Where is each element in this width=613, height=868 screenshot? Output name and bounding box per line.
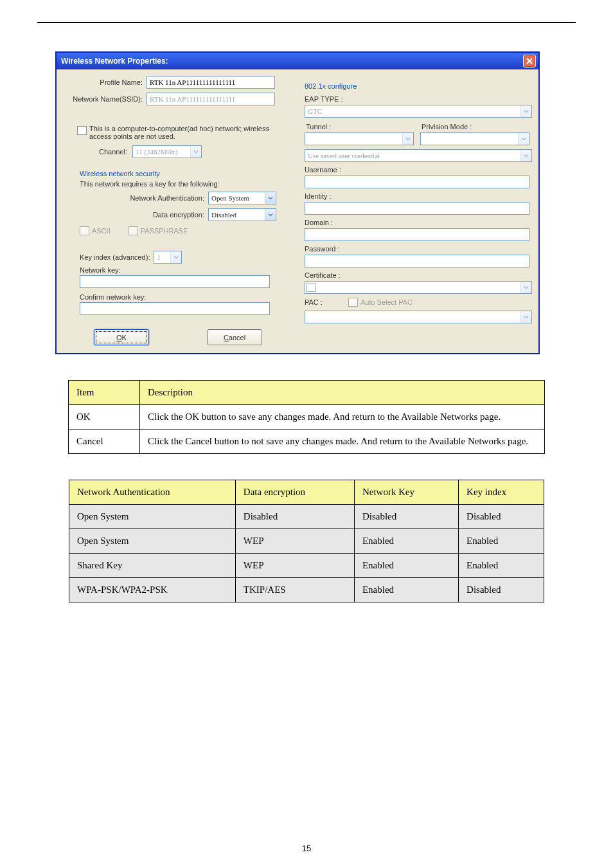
profile-name-input[interactable] xyxy=(147,76,275,89)
chevron-down-icon xyxy=(520,150,531,161)
ascii-checkbox xyxy=(80,226,89,235)
chevron-down-icon[interactable] xyxy=(265,209,276,221)
wireless-properties-dialog: Wireless Network Properties: Profile Nam… xyxy=(55,51,540,354)
table2-cell: Shared Key xyxy=(69,554,236,578)
table2-cell: Disabled xyxy=(235,505,354,529)
chevron-down-icon xyxy=(520,311,531,323)
provision-mode-select xyxy=(420,132,529,145)
saved-credential-select: Use saved user credential xyxy=(305,149,532,162)
keyindex-select: 1 xyxy=(154,251,182,264)
eap-type-value: GTC xyxy=(308,107,322,115)
security-group-text: This network requires a key for the foll… xyxy=(80,180,292,188)
tunnel-label: Tunnel : xyxy=(306,123,414,131)
network-key-label: Network key: xyxy=(80,266,292,274)
auth-value: Open System xyxy=(211,194,249,202)
channel-label: Channel: xyxy=(99,148,127,156)
eap-type-label: EAP TYPE : xyxy=(305,95,531,103)
profile-name-label: Profile Name: xyxy=(64,78,147,86)
table2-cell: Open System xyxy=(69,529,236,554)
channel-value: 11 (2462MHz) xyxy=(136,148,177,156)
table2-cell: WEP xyxy=(235,554,354,578)
table2-cell: WEP xyxy=(235,529,354,554)
enc-value: Disabled xyxy=(211,211,236,219)
adhoc-checkbox[interactable] xyxy=(77,126,87,135)
adhoc-checkbox-row[interactable]: This is a computer-to-computer(ad hoc) n… xyxy=(77,125,292,140)
eap-type-select: GTC xyxy=(305,105,532,118)
pac-label: PAC : xyxy=(305,298,323,306)
pac-select xyxy=(305,311,532,323)
table2-cell: Enabled xyxy=(459,554,544,578)
left-column: Profile Name: Network Name(SSID): This i… xyxy=(64,76,292,345)
8021x-group-label: 802.1x configure xyxy=(305,82,531,90)
pac-auto-checkbox xyxy=(348,298,358,307)
enc-label: Data encryption: xyxy=(153,211,204,219)
passphrase-checkbox xyxy=(129,226,138,235)
chevron-down-icon xyxy=(170,251,181,263)
table2-cell: Disabled xyxy=(459,578,544,602)
table2-cell: Disabled xyxy=(354,505,458,529)
chevron-down-icon[interactable] xyxy=(265,192,276,204)
adhoc-label: This is a computer-to-computer(ad hoc) n… xyxy=(89,125,282,140)
confirm-key-input[interactable] xyxy=(80,302,270,315)
table2-cell: TKIP/AES xyxy=(235,578,354,602)
confirm-key-label: Confirm network key: xyxy=(80,293,292,301)
table2-h: Data encryption xyxy=(235,480,354,505)
auth-label: Network Authentication: xyxy=(130,194,204,202)
table2-h: Network Key xyxy=(354,480,458,505)
password-label: Password : xyxy=(305,245,531,253)
auth-select[interactable]: Open System xyxy=(208,192,276,204)
username-input xyxy=(305,176,529,188)
domain-label: Domain : xyxy=(305,219,531,226)
table1-cell: Cancel xyxy=(69,429,140,454)
provision-mode-label: Privision Mode : xyxy=(422,123,529,131)
saved-credential-value: Use saved user credential xyxy=(308,152,380,159)
table2-cell: Enabled xyxy=(354,554,458,578)
table2-cell: Enabled xyxy=(354,529,458,554)
chevron-down-icon xyxy=(402,133,413,145)
chevron-down-icon xyxy=(520,282,531,293)
item-description-table: Item Description OK Click the OK button … xyxy=(68,380,545,454)
table2-cell: WPA-PSK/WPA2-PSK xyxy=(69,578,236,602)
ssid-label: Network Name(SSID): xyxy=(64,95,147,103)
username-label: Username : xyxy=(305,166,531,174)
passphrase-label: PASSPHRASE xyxy=(141,227,188,235)
close-icon[interactable] xyxy=(523,55,536,68)
identity-label: Identity : xyxy=(305,192,531,200)
table2-cell: Enabled xyxy=(459,529,544,554)
table1-cell: Click the OK button to save any changes … xyxy=(140,405,545,429)
table2-cell: Open System xyxy=(69,505,236,529)
certificate-checkbox xyxy=(306,283,316,292)
network-key-input[interactable] xyxy=(80,275,270,288)
enc-select[interactable]: Disabled xyxy=(208,208,276,221)
titlebar-text: Wireless Network Properties: xyxy=(61,57,168,66)
cancel-button[interactable]: Cancel xyxy=(207,329,262,345)
chevron-down-icon xyxy=(518,133,529,145)
certificate-label: Certificate : xyxy=(305,271,531,279)
pac-auto-label: Auto Select PAC xyxy=(360,298,413,306)
table2-h: Network Authentication xyxy=(69,480,236,505)
security-group-label: Wireless network security xyxy=(80,170,292,177)
horizontal-rule xyxy=(37,22,576,23)
chevron-down-icon xyxy=(520,105,531,117)
table2-h: Key index xyxy=(459,480,544,505)
table1-header-desc: Description xyxy=(140,381,545,405)
table1-cell: Click the Cancel button to not save any … xyxy=(140,429,545,454)
domain-input xyxy=(305,228,529,241)
table2-cell: Disabled xyxy=(459,505,544,529)
ssid-input xyxy=(147,93,275,105)
password-input xyxy=(305,255,529,267)
identity-input xyxy=(305,202,529,215)
ok-button[interactable]: OK xyxy=(94,329,149,345)
table2-cell: Enabled xyxy=(354,578,458,602)
certificate-select xyxy=(305,281,532,294)
right-column: 802.1x configure EAP TYPE : GTC Tunnel :… xyxy=(303,76,531,345)
keyindex-label: Key index (advanced): xyxy=(80,253,150,261)
chevron-down-icon xyxy=(190,146,201,158)
table1-header-item: Item xyxy=(69,381,140,405)
auth-matrix-table: Network Authentication Data encryption N… xyxy=(69,480,544,602)
ascii-label: ASCII xyxy=(92,227,111,235)
channel-select: 11 (2462MHz) xyxy=(132,145,202,158)
tunnel-select xyxy=(305,132,414,145)
table1-cell: OK xyxy=(69,405,140,429)
titlebar: Wireless Network Properties: xyxy=(57,53,538,69)
